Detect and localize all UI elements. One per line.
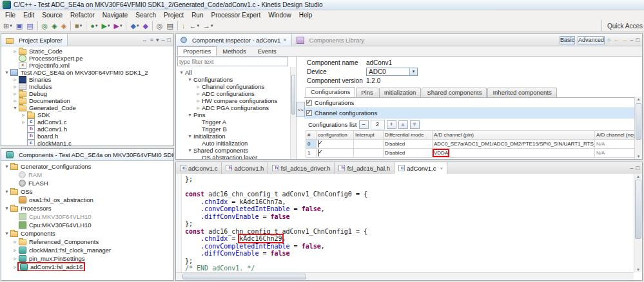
save-all-icon[interactable]: ▤ — [25, 21, 34, 32]
editor-tab[interactable]: fsl_adc16_hal.h — [335, 162, 395, 174]
collapse-icon[interactable]: ▾ — [3, 70, 10, 75]
expand-icon[interactable]: ▹ — [12, 264, 19, 270]
processor-expert-view-icon[interactable]: ◈ — [50, 21, 58, 32]
forward-icon[interactable] — [622, 37, 628, 43]
tree-item[interactable]: ▾Test ADC_SE4a on MKV30F64VFMI0 SDK1_2 — [1, 69, 173, 76]
tree-item[interactable]: Trigger A — [176, 118, 296, 126]
expand-icon[interactable]: ▹ — [195, 98, 202, 104]
filter-input[interactable] — [177, 57, 288, 66]
minimize-icon[interactable] — [630, 37, 634, 43]
new-cpp-class-icon[interactable]: ◆ — [141, 21, 149, 32]
add-configuration-button[interactable]: + — [387, 120, 396, 129]
tab-pins[interactable]: Pins — [356, 88, 378, 97]
expand-icon[interactable]: ▹ — [12, 77, 19, 82]
configurations-checkbox[interactable] — [306, 100, 312, 106]
tree-item[interactable]: ▹Debug — [1, 90, 173, 97]
menu-refactor[interactable]: Refactor — [66, 10, 99, 20]
tree-item[interactable]: Cpu:MKV30F64VLH10 — [1, 212, 173, 221]
expand-icon[interactable]: ▹ — [195, 84, 202, 89]
link-with-editor-icon[interactable] — [142, 37, 148, 43]
menu-edit[interactable]: Edit — [19, 10, 38, 20]
tree-item[interactable]: ▾OSs — [1, 187, 173, 196]
tree-item[interactable]: ▾Generated_Code — [1, 104, 173, 111]
tree-item[interactable]: adConv1.h — [1, 126, 173, 133]
tab-component-inspector[interactable]: Component Inspector - adConv1 — [176, 34, 292, 46]
new-wizard-icon[interactable]: ⊞▾ — [2, 21, 14, 32]
table-row[interactable]: 0DisabledADC0_SE7a/ADC1_DM1/ADC0_DM2/PTE… — [306, 140, 635, 149]
advanced-button[interactable]: Advanced — [578, 36, 605, 44]
close-icon[interactable] — [440, 165, 443, 171]
editor-tab[interactable]: adConv1.c — [395, 162, 447, 174]
tree-item[interactable]: ▹SDK — [1, 111, 173, 118]
tree-item[interactable]: ▹ADC configurations — [176, 90, 296, 97]
tree-item[interactable]: Cpu:MKV30F64VLH10 — [1, 221, 173, 229]
tree-item[interactable]: ▹clockMan1:fsl_clock_manager — [1, 246, 173, 254]
expand-icon[interactable]: ▹ — [12, 239, 19, 245]
menu-source[interactable]: Source — [38, 10, 66, 20]
collapse-all-icon[interactable] — [150, 37, 153, 43]
tab-components[interactable]: Components - Test ADC_SE4a on MKV30F64VF… — [1, 149, 174, 160]
differential-mode-cell[interactable]: Disabled — [384, 149, 433, 158]
row-index-cell[interactable]: 0 — [306, 140, 317, 149]
menu-help[interactable]: Help — [295, 10, 317, 20]
tree-item[interactable]: ▾Components — [1, 229, 173, 238]
collapse-icon[interactable]: ▾ — [3, 205, 10, 211]
tree-scrollbar[interactable] — [290, 67, 296, 159]
expand-icon[interactable]: ▹ — [12, 84, 19, 89]
collapse-panel-button[interactable] — [297, 102, 305, 117]
device-select[interactable]: ADC0 — [366, 68, 418, 76]
move-down-button[interactable]: ▼ — [410, 120, 420, 129]
close-icon[interactable] — [283, 37, 286, 43]
collapse-icon[interactable]: ▾ — [12, 105, 19, 111]
tree-item[interactable]: ProjectInfo.xml — [1, 62, 173, 69]
tree-item[interactable]: ▹Includes — [1, 83, 173, 90]
column-header[interactable]: Differential mode — [384, 131, 433, 140]
maximize-icon[interactable] — [636, 165, 639, 171]
collapse-icon[interactable]: ▾ — [186, 147, 193, 153]
tree-item[interactable]: Auto initialization — [176, 140, 296, 147]
quick-access[interactable]: Quick Acces — [601, 20, 644, 32]
tree-item[interactable]: clockMan1.c — [1, 140, 173, 146]
tree-item[interactable]: ▹Referenced_Components — [1, 238, 173, 246]
view-menu-icon[interactable] — [156, 37, 159, 43]
code-area[interactable]: }; const adc16_chn_config_t adConv1_ChnC… — [185, 176, 632, 272]
collapse-icon[interactable]: ▾ — [178, 70, 185, 75]
tree-item[interactable]: ▹adConv1.c — [1, 118, 173, 126]
forward-icon[interactable]: →▾ — [202, 21, 215, 32]
editor-tab[interactable]: adConv1.h — [222, 162, 268, 174]
debug-icon[interactable]: ●▾ — [89, 21, 99, 32]
collapse-icon[interactable]: ▾ — [186, 133, 193, 139]
channel-configurations-checkbox[interactable] — [306, 110, 312, 116]
ad-channel-cell[interactable]: VDDA — [433, 149, 595, 158]
expand-icon[interactable]: ▹ — [12, 256, 19, 261]
expand-icon[interactable]: ▹ — [12, 247, 19, 253]
table-row[interactable]: 1DisabledVDDAN/A — [306, 149, 635, 158]
tree-item[interactable]: ▹Channel configurations — [176, 83, 296, 90]
run-icon[interactable]: ▶▾ — [100, 21, 111, 32]
column-header[interactable]: A/D channel (neg — [595, 131, 635, 140]
refresh-icon[interactable] — [607, 37, 610, 43]
new-c-project-icon[interactable]: ◆▾ — [129, 21, 140, 32]
tree-item[interactable]: ▾Configurations — [176, 76, 296, 83]
tab-initialization[interactable]: Initialization — [379, 88, 422, 97]
subtab-methods[interactable]: Methods — [217, 46, 251, 56]
tree-item[interactable]: ▾Processors — [1, 204, 173, 212]
column-header[interactable]: A/D channel (pin) — [433, 131, 595, 140]
generate-processor-expert-code-icon[interactable]: ◎ — [41, 21, 50, 32]
checkbox-checked-icon[interactable] — [318, 149, 319, 156]
interrupt-cell[interactable] — [354, 149, 384, 158]
collapse-icon[interactable]: ▾ — [3, 164, 10, 169]
tab-shared-components[interactable]: Shared components — [422, 88, 487, 97]
tree-item[interactable]: RAM — [1, 171, 173, 179]
tree-item[interactable]: ▹pin_mux:PinSettings — [1, 254, 173, 263]
menu-processor-expert[interactable]: Processor Expert — [207, 10, 264, 20]
column-header[interactable]: Interrupt — [354, 131, 384, 140]
tree-item[interactable]: ▾Initialization — [176, 133, 296, 140]
editor-tab[interactable]: fsl_adc16_driver.h — [268, 162, 335, 174]
subtab-events[interactable]: Events — [252, 46, 282, 56]
collapse-icon[interactable]: ▾ — [186, 77, 193, 82]
tree-item[interactable]: ▹Static_Code — [1, 48, 173, 55]
tree-item[interactable]: ▹ADC PGA configurations — [176, 104, 296, 111]
tab-components-library[interactable]: Components Library — [292, 34, 369, 46]
collapse-icon[interactable]: ▾ — [3, 230, 10, 236]
